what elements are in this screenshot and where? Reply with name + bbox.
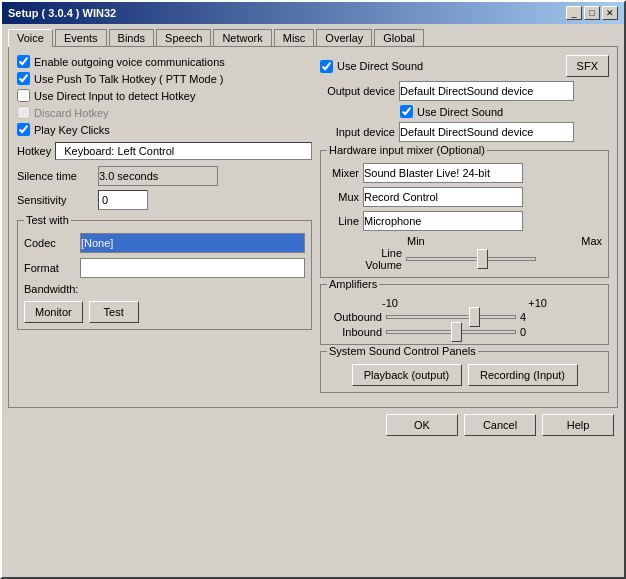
bandwidth-row: Bandwidth: (24, 283, 305, 295)
title-bar-buttons: _ □ ✕ (566, 6, 618, 20)
bottom-buttons: OK Cancel Help (8, 408, 618, 440)
minimize-button[interactable]: _ (566, 6, 582, 20)
mux-select-wrapper: Record Control (363, 187, 523, 207)
mux-label: Mux (327, 191, 359, 203)
line-row: Line Microphone (327, 211, 602, 231)
tab-misc[interactable]: Misc (274, 29, 315, 47)
format-select[interactable] (80, 258, 305, 278)
codec-select-wrapper: [None] (80, 233, 305, 253)
close-button[interactable]: ✕ (602, 6, 618, 20)
play-key-clicks-label: Play Key Clicks (34, 124, 110, 136)
main-content: Voice Events Binds Speech Network Misc O… (2, 24, 624, 446)
line-vol-header: Min Max (327, 235, 602, 247)
silence-label: Silence time (17, 170, 92, 182)
use-direct-sound1-checkbox[interactable] (320, 60, 333, 73)
recording-button[interactable]: Recording (Input) (468, 364, 578, 386)
discard-hotkey-label: Discard Hotkey (34, 107, 109, 119)
monitor-button[interactable]: Monitor (24, 301, 83, 323)
line-volume-slider[interactable] (406, 257, 536, 261)
left-column: Enable outgoing voice communications Use… (17, 55, 312, 399)
tab-voice[interactable]: Voice (8, 29, 53, 47)
silence-select[interactable]: 3.0 seconds (98, 166, 218, 186)
line-select[interactable]: Microphone (363, 211, 523, 231)
test-buttons: Monitor Test (24, 301, 305, 323)
bandwidth-label: Bandwidth: (24, 283, 78, 295)
input-device-label: Input device (320, 126, 395, 138)
mixer-label: Mixer (327, 167, 359, 179)
format-label: Format (24, 262, 74, 274)
two-column-layout: Enable outgoing voice communications Use… (17, 55, 609, 399)
ptt-label: Use Push To Talk Hotkey ( PTT Mode ) (34, 73, 224, 85)
input-section: Use Direct Sound Input device Default Di… (320, 105, 609, 142)
ptt-checkbox[interactable] (17, 72, 30, 85)
test-group: Test with Codec [None] Format (17, 220, 312, 330)
enable-voice-row: Enable outgoing voice communications (17, 55, 312, 68)
direct-input-row: Use Direct Input to detect Hotkey (17, 89, 312, 102)
use-direct-sound2-checkbox[interactable] (400, 105, 413, 118)
ok-button[interactable]: OK (386, 414, 458, 436)
hardware-mixer-group: Hardware input mixer (Optional) Mixer So… (320, 150, 609, 278)
test-group-title: Test with (24, 214, 71, 226)
output-device-select[interactable]: Default DirectSound device (399, 81, 574, 101)
line-label: Line (327, 215, 359, 227)
direct-input-label: Use Direct Input to detect Hotkey (34, 90, 195, 102)
playback-button[interactable]: Playback (output) (352, 364, 462, 386)
tab-speech[interactable]: Speech (156, 29, 211, 47)
line-select-wrapper: Microphone (363, 211, 523, 231)
line-volume-label: Line Volume (327, 247, 402, 271)
vol-max-label: Max (581, 235, 602, 247)
use-direct-sound2-label: Use Direct Sound (417, 106, 503, 118)
format-row: Format (24, 258, 305, 278)
discard-hotkey-row: Discard Hotkey (17, 106, 312, 119)
hotkey-value-field[interactable]: Keyboard: Left Control (55, 142, 312, 160)
title-bar: Setup ( 3.0.4 ) WIN32 _ □ ✕ (2, 2, 624, 24)
help-button[interactable]: Help (542, 414, 614, 436)
sfx-row: Use Direct Sound SFX (320, 55, 609, 77)
enable-voice-checkbox[interactable] (17, 55, 30, 68)
sound-control-buttons: Playback (output) Recording (Input) (327, 364, 602, 386)
sensitivity-input[interactable] (98, 190, 148, 210)
sound-controls-group: System Sound Control Panels Playback (ou… (320, 351, 609, 393)
mux-select[interactable]: Record Control (363, 187, 523, 207)
outbound-label: Outbound (327, 311, 382, 323)
tab-network[interactable]: Network (213, 29, 271, 47)
play-key-clicks-checkbox[interactable] (17, 123, 30, 136)
tab-events[interactable]: Events (55, 29, 107, 47)
output-device-row: Output device Default DirectSound device (320, 81, 609, 101)
input-device-select[interactable]: Default DirectSound device (399, 122, 574, 142)
hotkey-label: Hotkey (17, 145, 51, 157)
voice-tab-content: Enable outgoing voice communications Use… (8, 46, 618, 408)
tab-global[interactable]: Global (374, 29, 424, 47)
discard-hotkey-checkbox[interactable] (17, 106, 30, 119)
tab-bar: Voice Events Binds Speech Network Misc O… (8, 28, 618, 46)
line-volume-row: Line Volume (327, 247, 602, 271)
sound-controls-title: System Sound Control Panels (327, 345, 478, 357)
use-direct-sound1-label: Use Direct Sound (337, 60, 423, 72)
codec-select[interactable]: [None] (80, 233, 305, 253)
line-volume-section: Min Max Line Volume (327, 235, 602, 271)
inbound-slider[interactable] (386, 330, 516, 334)
format-select-wrapper (80, 258, 305, 278)
direct-input-checkbox[interactable] (17, 89, 30, 102)
mixer-select[interactable]: Sound Blaster Live! 24-bit (363, 163, 523, 183)
outbound-value: 4 (520, 311, 535, 323)
tab-binds[interactable]: Binds (109, 29, 155, 47)
inbound-row: Inbound 0 (327, 326, 602, 338)
output-device-wrapper: Default DirectSound device (399, 81, 574, 101)
right-column: Use Direct Sound SFX Output device Defau… (320, 55, 609, 399)
input-device-wrapper: Default DirectSound device (399, 122, 574, 142)
sensitivity-row: Sensitivity (17, 190, 312, 210)
tab-overlay[interactable]: Overlay (316, 29, 372, 47)
outbound-slider[interactable] (386, 315, 516, 319)
test-button[interactable]: Test (89, 301, 139, 323)
sfx-button[interactable]: SFX (566, 55, 609, 77)
mixer-row: Mixer Sound Blaster Live! 24-bit (327, 163, 602, 183)
maximize-button[interactable]: □ (584, 6, 600, 20)
output-section: Use Direct Sound SFX Output device Defau… (320, 55, 609, 101)
codec-row: Codec [None] (24, 233, 305, 253)
window-title: Setup ( 3.0.4 ) WIN32 (8, 7, 116, 19)
amp-pos10: +10 (528, 297, 547, 309)
use-direct-sound2-row: Use Direct Sound (320, 105, 609, 118)
cancel-button[interactable]: Cancel (464, 414, 536, 436)
play-key-clicks-row: Play Key Clicks (17, 123, 312, 136)
